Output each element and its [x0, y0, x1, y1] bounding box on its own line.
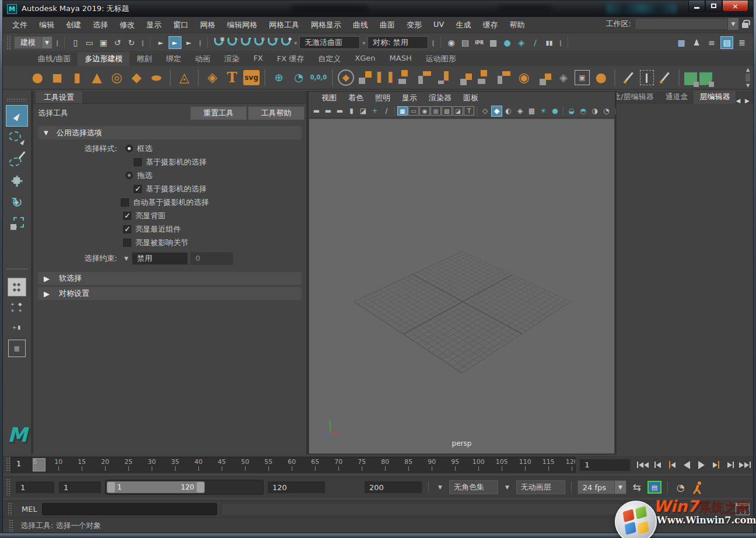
shelf-separator[interactable]: [614, 69, 615, 86]
render-settings-icon[interactable]: ▩: [487, 36, 500, 49]
ipr-render-icon[interactable]: IPR: [473, 36, 486, 49]
viewport-menu-item[interactable]: 照明: [369, 92, 396, 104]
checker-icon[interactable]: ▩: [526, 106, 537, 117]
xray-joints-icon[interactable]: ◓: [578, 106, 589, 117]
chevron-down-icon[interactable]: ▼: [121, 256, 132, 261]
platonic-solid-icon[interactable]: ◬: [176, 69, 193, 86]
channel-box-icon[interactable]: ▤: [720, 36, 733, 49]
menu-item[interactable]: 网格工具: [263, 18, 305, 33]
polygon-sphere-icon[interactable]: ●: [29, 69, 46, 86]
grease-pencil-icon[interactable]: ∕: [381, 106, 392, 117]
marquee-radio[interactable]: [125, 145, 133, 152]
close-button[interactable]: ×: [722, 1, 748, 12]
animation-end-field[interactable]: 200: [364, 481, 422, 494]
save-scene-icon[interactable]: ▣: [97, 36, 110, 49]
persp-outliner-layout-button[interactable]: [8, 300, 26, 315]
film-gate-icon[interactable]: ▭: [408, 106, 419, 116]
scroll-down-icon[interactable]: ▼: [746, 83, 750, 88]
polygon-disc-icon[interactable]: ●: [148, 69, 165, 86]
quadrangulate-icon[interactable]: ◈: [555, 69, 572, 86]
workspace-dropdown[interactable]: ▼: [635, 18, 738, 30]
menu-item[interactable]: 显示: [141, 18, 167, 33]
viewport-separator[interactable]: [563, 106, 564, 116]
symmetry-field[interactable]: 对称: 禁用: [368, 36, 428, 49]
menu-item[interactable]: 编辑网格: [221, 18, 263, 33]
image-plane-icon[interactable]: ◪: [358, 106, 369, 117]
menu-item[interactable]: 网格显示: [305, 18, 347, 33]
grid-icon[interactable]: ▦: [397, 106, 408, 116]
collapser-icon[interactable]: ❙: [140, 40, 145, 46]
current-time-field[interactable]: 1: [579, 459, 631, 471]
menu-item[interactable]: 选择: [87, 18, 114, 33]
viewport-menu-item[interactable]: 着色: [342, 92, 369, 104]
chevron-down-icon[interactable]: ▾: [294, 40, 297, 46]
multi-cut-icon[interactable]: [699, 72, 712, 85]
menu-set-dropdown[interactable]: 建模 ▼: [14, 36, 52, 49]
shelf-tab[interactable]: 绑定: [159, 52, 188, 66]
viewport-menu-item[interactable]: 面板: [457, 92, 484, 104]
move-tool[interactable]: [6, 170, 28, 191]
playback-loop-icon[interactable]: ⇆: [630, 481, 644, 493]
snap-whole-frames-icon[interactable]: ▤: [648, 481, 662, 494]
live-surface-field[interactable]: 无激活曲面: [299, 36, 360, 49]
paint-select-tool[interactable]: [6, 148, 28, 170]
menu-item[interactable]: 创建: [60, 18, 87, 33]
viewport-separator[interactable]: [477, 106, 477, 116]
chevron-down-icon[interactable]: ▼: [502, 484, 513, 490]
help-line-grip[interactable]: [9, 519, 13, 532]
arrow-right-icon[interactable]: ▶: [745, 97, 750, 104]
shelf-tab[interactable]: MASH: [383, 52, 419, 66]
render-view-icon[interactable]: ◉: [445, 36, 458, 49]
arrow-left-icon[interactable]: ◀: [736, 97, 740, 104]
two-d-pan-zoom-icon[interactable]: +: [369, 106, 380, 117]
circularize-icon[interactable]: ◉: [515, 69, 533, 86]
textured-icon[interactable]: ◐: [503, 106, 514, 117]
scroll-thumb[interactable]: [746, 74, 750, 82]
shelf-tab[interactable]: 渲染: [217, 52, 246, 66]
menu-item[interactable]: 修改: [114, 18, 141, 33]
viewport-separator[interactable]: [394, 106, 395, 116]
camera-based-checkbox-2[interactable]: [134, 185, 142, 193]
menu-item[interactable]: UV: [428, 18, 450, 33]
smooth-icon[interactable]: ●: [592, 69, 610, 86]
quad-draw-icon[interactable]: [684, 72, 697, 85]
go-to-start-button[interactable]: [636, 458, 649, 472]
go-to-end-button[interactable]: [738, 458, 751, 472]
append-to-polygon-icon[interactable]: [396, 69, 414, 86]
scene-time-warp-icon[interactable]: ◔: [290, 69, 307, 86]
display-layers-icon[interactable]: ≣: [736, 36, 748, 49]
menu-item[interactable]: 编辑: [33, 18, 60, 33]
fps-dropdown[interactable]: 24 fps ▼: [578, 480, 626, 494]
chevron-down-icon[interactable]: ▼: [728, 18, 738, 30]
select-border-icon[interactable]: ▣: [575, 70, 590, 85]
shelf-tab[interactable]: 雕刻: [130, 52, 159, 66]
mirror-icon[interactable]: ▌▐: [376, 69, 394, 86]
symmetry-settings-section[interactable]: ▶ 对称设置: [38, 287, 302, 300]
outliner-layout-button[interactable]: [8, 340, 26, 357]
playback-end-field[interactable]: 120: [267, 481, 326, 494]
polygon-cube-icon[interactable]: ◼: [48, 69, 66, 86]
shadows-icon[interactable]: ●: [550, 106, 561, 117]
polygon-plane-icon[interactable]: ◆: [128, 69, 145, 86]
polygon-cone-icon[interactable]: ▲: [88, 69, 106, 86]
svg-tool-icon[interactable]: svg: [243, 70, 260, 85]
character-controls-icon[interactable]: ♟: [690, 36, 703, 49]
duplicate-face-icon[interactable]: [495, 69, 513, 86]
toolbar-grip[interactable]: [6, 36, 11, 50]
chevron-down-icon[interactable]: ▾: [362, 40, 365, 46]
step-forward-frame-button[interactable]: [724, 458, 737, 472]
menu-item[interactable]: 变形: [401, 18, 428, 33]
gamma-icon[interactable]: ◔: [601, 106, 612, 117]
scale-tool[interactable]: [6, 213, 28, 235]
play-backwards-button[interactable]: [680, 458, 693, 472]
select-hierarchy-icon[interactable]: ►: [155, 36, 167, 49]
safe-action-icon[interactable]: ◪: [453, 106, 463, 116]
minimize-button[interactable]: [688, 1, 705, 12]
joints-checkbox[interactable]: [123, 239, 131, 247]
nearest-checkbox[interactable]: [123, 225, 131, 233]
menu-item[interactable]: 文件: [6, 18, 33, 33]
rotate-tool[interactable]: [6, 191, 28, 213]
menu-item[interactable]: 缓存: [477, 18, 503, 33]
gate-mask-icon[interactable]: ■: [430, 106, 441, 116]
four-view-layout-button[interactable]: [8, 278, 26, 296]
